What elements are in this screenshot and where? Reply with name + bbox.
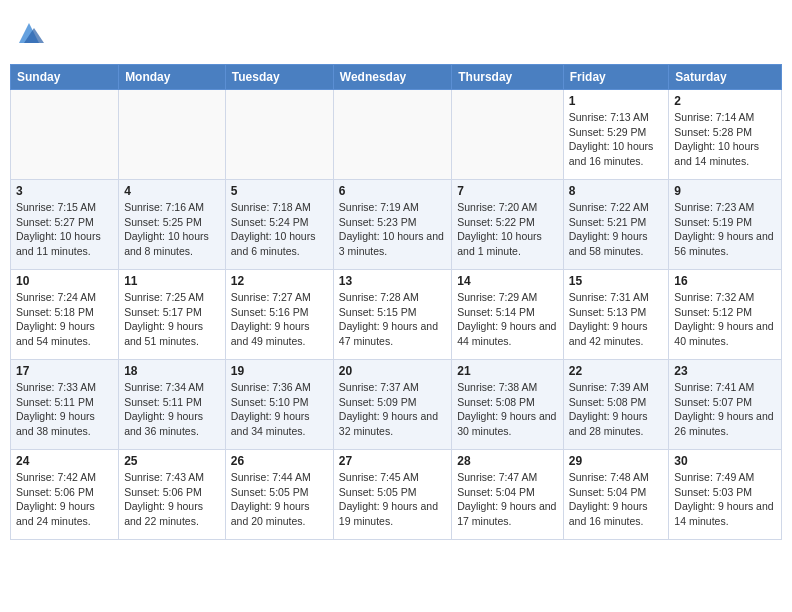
- day-info: Sunrise: 7:13 AM Sunset: 5:29 PM Dayligh…: [569, 110, 664, 169]
- day-info: Sunrise: 7:29 AM Sunset: 5:14 PM Dayligh…: [457, 290, 557, 349]
- calendar-cell: 13Sunrise: 7:28 AM Sunset: 5:15 PM Dayli…: [333, 270, 451, 360]
- day-info: Sunrise: 7:43 AM Sunset: 5:06 PM Dayligh…: [124, 470, 220, 529]
- day-number: 15: [569, 274, 664, 288]
- calendar-table: SundayMondayTuesdayWednesdayThursdayFrid…: [10, 64, 782, 540]
- day-info: Sunrise: 7:18 AM Sunset: 5:24 PM Dayligh…: [231, 200, 328, 259]
- calendar-cell: 26Sunrise: 7:44 AM Sunset: 5:05 PM Dayli…: [225, 450, 333, 540]
- day-number: 7: [457, 184, 557, 198]
- calendar-cell: 30Sunrise: 7:49 AM Sunset: 5:03 PM Dayli…: [669, 450, 782, 540]
- calendar-cell: 24Sunrise: 7:42 AM Sunset: 5:06 PM Dayli…: [11, 450, 119, 540]
- day-number: 17: [16, 364, 113, 378]
- header-cell-tuesday: Tuesday: [225, 65, 333, 90]
- header-cell-sunday: Sunday: [11, 65, 119, 90]
- calendar-cell: [11, 90, 119, 180]
- day-info: Sunrise: 7:34 AM Sunset: 5:11 PM Dayligh…: [124, 380, 220, 439]
- calendar-cell: 20Sunrise: 7:37 AM Sunset: 5:09 PM Dayli…: [333, 360, 451, 450]
- calendar-cell: 16Sunrise: 7:32 AM Sunset: 5:12 PM Dayli…: [669, 270, 782, 360]
- header-cell-saturday: Saturday: [669, 65, 782, 90]
- day-number: 10: [16, 274, 113, 288]
- header-row: SundayMondayTuesdayWednesdayThursdayFrid…: [11, 65, 782, 90]
- calendar-cell: 5Sunrise: 7:18 AM Sunset: 5:24 PM Daylig…: [225, 180, 333, 270]
- header-cell-monday: Monday: [119, 65, 226, 90]
- week-row-4: 24Sunrise: 7:42 AM Sunset: 5:06 PM Dayli…: [11, 450, 782, 540]
- calendar-cell: 1Sunrise: 7:13 AM Sunset: 5:29 PM Daylig…: [563, 90, 669, 180]
- day-info: Sunrise: 7:22 AM Sunset: 5:21 PM Dayligh…: [569, 200, 664, 259]
- calendar-cell: 8Sunrise: 7:22 AM Sunset: 5:21 PM Daylig…: [563, 180, 669, 270]
- day-number: 2: [674, 94, 776, 108]
- day-info: Sunrise: 7:48 AM Sunset: 5:04 PM Dayligh…: [569, 470, 664, 529]
- calendar-cell: 14Sunrise: 7:29 AM Sunset: 5:14 PM Dayli…: [452, 270, 563, 360]
- logo-icon: [14, 18, 44, 48]
- day-number: 29: [569, 454, 664, 468]
- day-number: 25: [124, 454, 220, 468]
- day-info: Sunrise: 7:33 AM Sunset: 5:11 PM Dayligh…: [16, 380, 113, 439]
- week-row-1: 3Sunrise: 7:15 AM Sunset: 5:27 PM Daylig…: [11, 180, 782, 270]
- calendar-cell: [452, 90, 563, 180]
- day-number: 3: [16, 184, 113, 198]
- day-info: Sunrise: 7:23 AM Sunset: 5:19 PM Dayligh…: [674, 200, 776, 259]
- calendar-body: 1Sunrise: 7:13 AM Sunset: 5:29 PM Daylig…: [11, 90, 782, 540]
- day-number: 9: [674, 184, 776, 198]
- calendar-cell: [225, 90, 333, 180]
- calendar-cell: [333, 90, 451, 180]
- day-info: Sunrise: 7:39 AM Sunset: 5:08 PM Dayligh…: [569, 380, 664, 439]
- day-info: Sunrise: 7:31 AM Sunset: 5:13 PM Dayligh…: [569, 290, 664, 349]
- calendar-cell: 12Sunrise: 7:27 AM Sunset: 5:16 PM Dayli…: [225, 270, 333, 360]
- day-info: Sunrise: 7:49 AM Sunset: 5:03 PM Dayligh…: [674, 470, 776, 529]
- day-number: 30: [674, 454, 776, 468]
- calendar-cell: 11Sunrise: 7:25 AM Sunset: 5:17 PM Dayli…: [119, 270, 226, 360]
- calendar-header: SundayMondayTuesdayWednesdayThursdayFrid…: [11, 65, 782, 90]
- day-info: Sunrise: 7:41 AM Sunset: 5:07 PM Dayligh…: [674, 380, 776, 439]
- day-number: 26: [231, 454, 328, 468]
- week-row-2: 10Sunrise: 7:24 AM Sunset: 5:18 PM Dayli…: [11, 270, 782, 360]
- calendar-cell: 23Sunrise: 7:41 AM Sunset: 5:07 PM Dayli…: [669, 360, 782, 450]
- calendar-cell: [119, 90, 226, 180]
- day-info: Sunrise: 7:14 AM Sunset: 5:28 PM Dayligh…: [674, 110, 776, 169]
- day-info: Sunrise: 7:45 AM Sunset: 5:05 PM Dayligh…: [339, 470, 446, 529]
- calendar-cell: 19Sunrise: 7:36 AM Sunset: 5:10 PM Dayli…: [225, 360, 333, 450]
- day-number: 27: [339, 454, 446, 468]
- calendar-cell: 7Sunrise: 7:20 AM Sunset: 5:22 PM Daylig…: [452, 180, 563, 270]
- day-info: Sunrise: 7:24 AM Sunset: 5:18 PM Dayligh…: [16, 290, 113, 349]
- day-info: Sunrise: 7:19 AM Sunset: 5:23 PM Dayligh…: [339, 200, 446, 259]
- calendar-cell: 6Sunrise: 7:19 AM Sunset: 5:23 PM Daylig…: [333, 180, 451, 270]
- day-info: Sunrise: 7:15 AM Sunset: 5:27 PM Dayligh…: [16, 200, 113, 259]
- day-number: 28: [457, 454, 557, 468]
- day-number: 23: [674, 364, 776, 378]
- calendar-cell: 9Sunrise: 7:23 AM Sunset: 5:19 PM Daylig…: [669, 180, 782, 270]
- calendar-cell: 15Sunrise: 7:31 AM Sunset: 5:13 PM Dayli…: [563, 270, 669, 360]
- calendar-cell: 3Sunrise: 7:15 AM Sunset: 5:27 PM Daylig…: [11, 180, 119, 270]
- day-number: 21: [457, 364, 557, 378]
- day-info: Sunrise: 7:42 AM Sunset: 5:06 PM Dayligh…: [16, 470, 113, 529]
- day-number: 6: [339, 184, 446, 198]
- day-info: Sunrise: 7:36 AM Sunset: 5:10 PM Dayligh…: [231, 380, 328, 439]
- calendar-cell: 10Sunrise: 7:24 AM Sunset: 5:18 PM Dayli…: [11, 270, 119, 360]
- week-row-3: 17Sunrise: 7:33 AM Sunset: 5:11 PM Dayli…: [11, 360, 782, 450]
- day-info: Sunrise: 7:25 AM Sunset: 5:17 PM Dayligh…: [124, 290, 220, 349]
- day-number: 20: [339, 364, 446, 378]
- calendar-cell: 28Sunrise: 7:47 AM Sunset: 5:04 PM Dayli…: [452, 450, 563, 540]
- day-number: 16: [674, 274, 776, 288]
- calendar-cell: 17Sunrise: 7:33 AM Sunset: 5:11 PM Dayli…: [11, 360, 119, 450]
- calendar-cell: 29Sunrise: 7:48 AM Sunset: 5:04 PM Dayli…: [563, 450, 669, 540]
- header-cell-thursday: Thursday: [452, 65, 563, 90]
- day-number: 4: [124, 184, 220, 198]
- day-number: 8: [569, 184, 664, 198]
- day-number: 11: [124, 274, 220, 288]
- day-number: 12: [231, 274, 328, 288]
- calendar-cell: 18Sunrise: 7:34 AM Sunset: 5:11 PM Dayli…: [119, 360, 226, 450]
- day-number: 18: [124, 364, 220, 378]
- calendar-cell: 21Sunrise: 7:38 AM Sunset: 5:08 PM Dayli…: [452, 360, 563, 450]
- day-info: Sunrise: 7:27 AM Sunset: 5:16 PM Dayligh…: [231, 290, 328, 349]
- calendar-cell: 22Sunrise: 7:39 AM Sunset: 5:08 PM Dayli…: [563, 360, 669, 450]
- day-info: Sunrise: 7:44 AM Sunset: 5:05 PM Dayligh…: [231, 470, 328, 529]
- page-header: [10, 10, 782, 56]
- calendar-cell: 4Sunrise: 7:16 AM Sunset: 5:25 PM Daylig…: [119, 180, 226, 270]
- day-info: Sunrise: 7:20 AM Sunset: 5:22 PM Dayligh…: [457, 200, 557, 259]
- day-number: 22: [569, 364, 664, 378]
- week-row-0: 1Sunrise: 7:13 AM Sunset: 5:29 PM Daylig…: [11, 90, 782, 180]
- day-number: 13: [339, 274, 446, 288]
- calendar-cell: 2Sunrise: 7:14 AM Sunset: 5:28 PM Daylig…: [669, 90, 782, 180]
- day-info: Sunrise: 7:32 AM Sunset: 5:12 PM Dayligh…: [674, 290, 776, 349]
- day-info: Sunrise: 7:38 AM Sunset: 5:08 PM Dayligh…: [457, 380, 557, 439]
